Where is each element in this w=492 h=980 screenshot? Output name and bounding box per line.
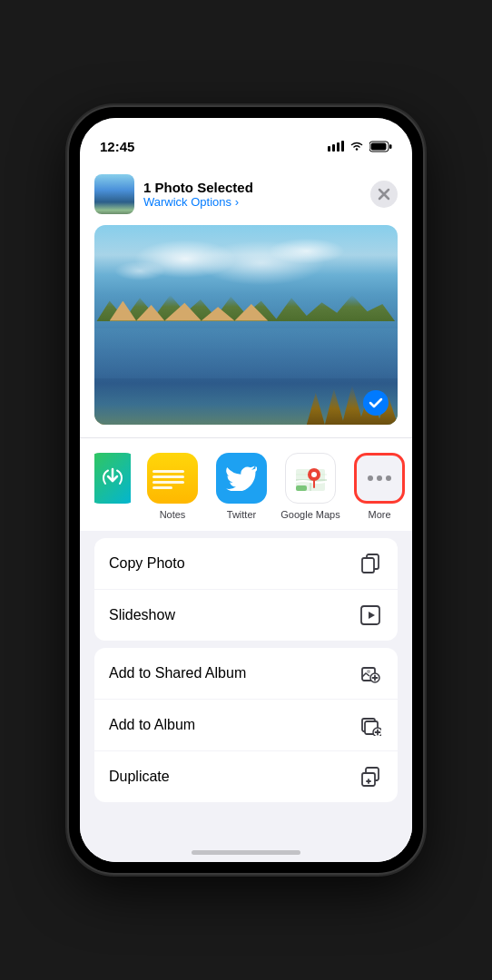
svg-marker-14 [369,612,375,619]
phone-frame: 12:45 [69,107,423,873]
copy-photo-item[interactable]: Copy Photo [94,538,398,590]
svg-point-17 [367,670,370,673]
twitter-icon-bg [216,453,267,504]
close-button[interactable] [370,181,398,208]
app-icon-twitter[interactable]: Twitter [214,453,269,520]
photo-preview-area: 1 Photo Selected Warwick Options › [80,162,412,437]
svg-rect-1 [332,144,335,152]
notes-line-3 [153,481,184,484]
photo-checkmark [363,390,389,416]
notes-line-4 [153,486,172,489]
action-group-1: Copy Photo Slideshow [94,538,398,641]
more-icon-bg [354,453,405,504]
twitter-label: Twitter [227,509,256,520]
svg-rect-12 [362,558,374,573]
slideshow-icon [358,603,383,628]
add-to-shared-album-label: Add to Shared Album [109,665,246,681]
battery-icon [369,141,392,152]
more-dot-3 [386,475,391,481]
check-icon [369,397,383,408]
photo-reflection [94,328,398,378]
status-icons [328,141,392,152]
svg-rect-2 [337,142,339,152]
duplicate-item[interactable]: Duplicate [94,751,398,802]
signal-icon [328,141,344,152]
more-dot-2 [377,475,382,481]
selected-photo-thumbnail [94,174,134,214]
main-photo [94,225,398,425]
svg-point-9 [311,472,317,477]
more-dot-1 [368,475,373,481]
wifi-icon [349,141,364,152]
app-icon-more[interactable]: More [352,453,407,520]
photo-text-info: 1 Photo Selected Warwick Options › [143,180,253,209]
status-time: 12:45 [100,139,134,154]
action-group-2: Add to Shared Album Add t [94,648,398,802]
airdrop-symbol [99,465,126,492]
status-bar: 12:45 [80,118,412,162]
twitter-bird-icon [226,466,257,491]
photo-header: 1 Photo Selected Warwick Options › [94,174,398,214]
action-list: Copy Photo Slideshow [80,531,412,862]
duplicate-icon [358,764,383,789]
svg-rect-0 [328,146,330,152]
more-dots [368,475,391,481]
copy-photo-icon [358,551,383,576]
app-icons-row: Notes Twitter [80,437,412,531]
add-to-album-icon [358,712,383,738]
notes-line-2 [153,475,184,478]
close-icon [378,188,390,201]
slideshow-label: Slideshow [109,607,175,623]
maps-pin-icon [294,462,327,495]
svg-rect-6 [371,142,387,150]
location-name: Warwick [143,195,191,209]
notes-label: Notes [160,509,186,520]
copy-photo-label: Copy Photo [109,555,185,572]
home-indicator[interactable] [192,850,300,855]
add-to-shared-album-icon [358,661,383,686]
add-to-album-label: Add to Album [109,717,195,733]
app-icon-notes[interactable]: Notes [145,453,200,520]
photo-location: Warwick Options › [143,195,253,209]
photo-info: 1 Photo Selected Warwick Options › [94,174,253,214]
maps-icon-bg [285,453,336,504]
phone-screen: 12:45 [80,118,412,862]
svg-rect-3 [341,141,344,152]
app-icon-google-maps[interactable]: Google Maps [283,453,338,520]
options-link[interactable]: Options › [191,195,239,209]
photo-background [94,225,398,425]
app-icon-airdrop[interactable] [94,453,131,520]
duplicate-label: Duplicate [109,769,170,785]
photo-count: 1 Photo Selected [143,180,253,195]
more-label: More [368,509,390,520]
add-to-shared-album-item[interactable]: Add to Shared Album [94,648,398,700]
slideshow-item[interactable]: Slideshow [94,590,398,641]
share-sheet: 1 Photo Selected Warwick Options › [80,162,412,862]
svg-rect-10 [296,485,307,491]
notes-lines [147,463,198,495]
google-maps-label: Google Maps [280,509,339,520]
notes-icon-bg [147,453,198,504]
add-to-album-item[interactable]: Add to Album [94,700,398,751]
airdrop-icon-bg [94,453,131,504]
notes-line-1 [153,470,184,473]
svg-rect-5 [389,144,392,149]
